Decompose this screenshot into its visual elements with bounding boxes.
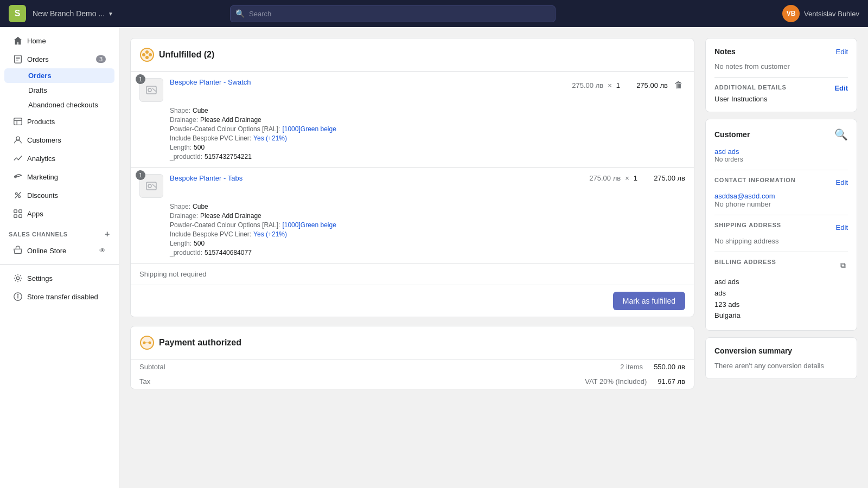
svg-rect-12 [14, 210, 17, 213]
payment-title: Payment authorized [159, 338, 241, 348]
contact-email[interactable]: asddsa@asdd.com [714, 192, 848, 200]
sidebar-item-online-store[interactable]: Online Store 👁 [4, 241, 114, 260]
svg-point-10 [18, 196, 21, 198]
item2-details: Bespoke Planter - Tabs [170, 174, 583, 182]
sidebar-item-store-transfer[interactable]: Store transfer disabled [4, 287, 114, 306]
conversion-summary-card: Conversion summary There aren't any conv… [705, 337, 857, 379]
sidebar-subitem-drafts[interactable]: Drafts [4, 83, 114, 98]
apps-icon [13, 209, 23, 219]
item2-liner-value: Yes (+21%) [253, 230, 287, 238]
conversion-content: There aren't any conversion details [714, 362, 848, 370]
svg-point-9 [16, 193, 18, 195]
sidebar-item-apps[interactable]: Apps [4, 204, 114, 223]
item2-price: 275.00 лв [589, 174, 621, 182]
item2-properties: Shape: Cube Drainage: Please Add Drainag… [139, 201, 685, 256]
sidebar-subitem-orders[interactable]: Orders [4, 68, 114, 83]
item1-details: Bespoke Planter - Swatch [170, 78, 565, 86]
avatar[interactable]: VB [782, 5, 800, 22]
subtotal-label: Subtotal [139, 363, 165, 371]
item1-productid-row: _productId: 5157432754221 [170, 153, 685, 160]
mark-as-fulfilled-button[interactable]: Mark as fulfilled [613, 292, 685, 310]
sidebar-item-settings[interactable]: Settings [4, 269, 114, 287]
customer-name[interactable]: asd ads [714, 147, 848, 156]
search-input[interactable] [230, 5, 556, 22]
item1-drainage-value: Please Add Drainage [200, 116, 261, 124]
layout: Home Orders 3 Orders Drafts Abandoned ch… [0, 0, 868, 488]
item1-colour-label: Powder-Coated Colour Options [RAL]: [170, 125, 280, 133]
discounts-icon [13, 190, 23, 200]
username: Ventsislav Buhlev [804, 10, 859, 18]
item2-productid-label: _productId: [170, 249, 202, 256]
sales-channels-label: SALES CHANNELS + [0, 223, 119, 241]
contact-phone: No phone number [714, 200, 848, 208]
contact-edit-button[interactable]: Edit [836, 178, 848, 187]
notes-edit-button[interactable]: Edit [836, 48, 848, 56]
unfulfilled-header: Unfulfilled (2) [131, 38, 694, 71]
item2-total: 275.00 лв [642, 174, 685, 182]
item2-length-value: 500 [194, 240, 205, 247]
item2-name[interactable]: Bespoke Planter - Tabs [170, 174, 583, 182]
shipping-edit-button[interactable]: Edit [836, 223, 848, 232]
payment-icon [139, 335, 155, 350]
item1-total: 275.00 лв [624, 81, 668, 89]
store-dropdown-arrow: ▼ [108, 11, 113, 17]
additional-field: User Instructions [714, 95, 848, 103]
item2-shape-label: Shape: [170, 203, 190, 210]
subtotal-value: 550.00 лв [654, 363, 685, 371]
svg-point-19 [17, 294, 18, 295]
svg-rect-4 [14, 118, 22, 125]
item2-shape-row: Shape: Cube [170, 203, 685, 210]
customer-header: Customer 🔍 [714, 128, 848, 141]
order-item: 1 Bespoke Planter - Swatch 275.00 лв × 1… [131, 71, 694, 167]
main-content: Unfulfilled (2) 1 Bespoke Planter - Swat… [119, 27, 868, 488]
sidebar-item-settings-label: Settings [27, 274, 53, 282]
sidebar-subitem-abandoned[interactable]: Abandoned checkouts [4, 98, 114, 112]
settings-icon [13, 273, 23, 283]
svg-point-16 [16, 277, 19, 279]
sidebar-item-marketing[interactable]: Marketing [4, 168, 114, 186]
additional-details-edit-button[interactable]: Edit [834, 84, 848, 92]
sidebar-item-orders[interactable]: Orders 3 [4, 50, 114, 68]
sidebar-item-discounts[interactable]: Discounts [4, 186, 114, 204]
item1-productid-label: _productId: [170, 153, 202, 160]
item1-qty: 1 [616, 81, 620, 89]
online-store-visibility-icon[interactable]: 👁 [99, 247, 106, 254]
item1-delete-button[interactable]: 🗑 [672, 78, 685, 92]
billing-name: asd ads [714, 277, 848, 288]
sidebar-item-products[interactable]: Products [4, 112, 114, 131]
item1-name[interactable]: Bespoke Planter - Swatch [170, 78, 565, 86]
item2-length-row: Length: 500 [170, 240, 685, 247]
item1-length-label: Length: [170, 144, 192, 151]
sidebar-item-customers[interactable]: Customers [4, 131, 114, 149]
item1-liner-label: Include Bespoke PVC Liner: [170, 134, 251, 142]
customer-icon: 🔍 [834, 128, 848, 141]
billing-line1: ads [714, 288, 848, 299]
item2-shape-value: Cube [193, 203, 208, 210]
item2-drainage-label: Drainage: [170, 212, 198, 220]
contact-info-title: CONTACT INFORMATION [714, 177, 796, 183]
item2-header: 1 Bespoke Planter - Tabs 275.00 лв × 1 2… [139, 174, 685, 198]
add-sales-channel-button[interactable]: + [105, 229, 110, 239]
online-store-icon [13, 246, 23, 255]
tax-amount: 91.67 лв [658, 377, 685, 386]
sidebar-item-marketing-label: Marketing [27, 173, 58, 181]
item1-properties: Shape: Cube Drainage: Please Add Drainag… [139, 105, 685, 160]
sidebar-item-analytics[interactable]: Analytics [4, 149, 114, 168]
store-selector[interactable]: New Branch Demo ... ▼ [33, 9, 113, 18]
notes-header: Notes Edit [714, 47, 848, 56]
item2-colour-value: [1000]Green beige [282, 221, 336, 229]
orders-icon [13, 54, 23, 64]
item1-length-value: 500 [194, 144, 205, 151]
item1-badge: 1 [136, 74, 145, 84]
item1-header: 1 Bespoke Planter - Swatch 275.00 лв × 1… [139, 78, 685, 102]
item2-pricing: 275.00 лв × 1 275.00 лв [589, 174, 685, 182]
svg-point-26 [148, 88, 151, 92]
svg-point-31 [149, 342, 151, 344]
shipping-note: Shipping not required [131, 263, 694, 285]
tax-label: Tax [139, 377, 150, 386]
copy-billing-button[interactable]: ⧉ [838, 259, 848, 272]
item1-times: × [608, 81, 612, 89]
search-icon: 🔍 [235, 9, 245, 18]
sidebar-item-home[interactable]: Home [4, 31, 114, 50]
customers-icon [13, 135, 23, 145]
